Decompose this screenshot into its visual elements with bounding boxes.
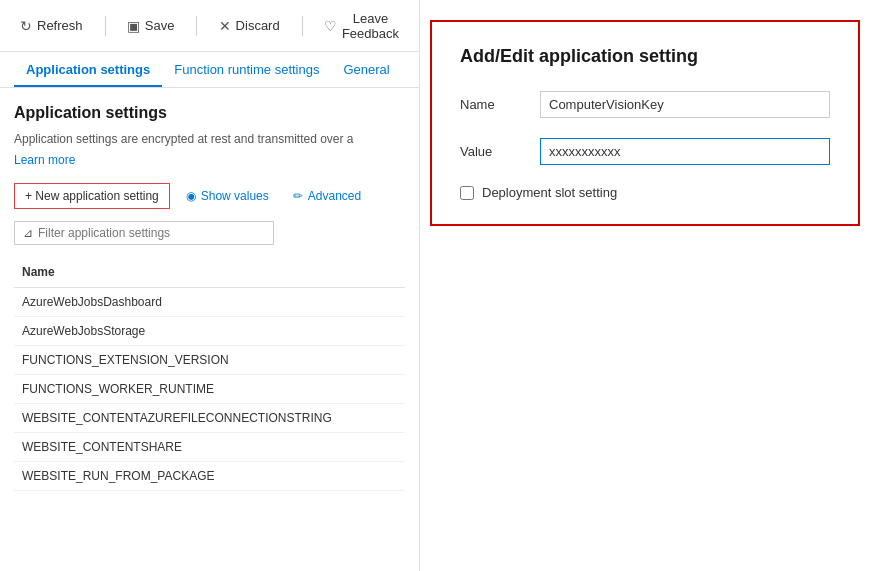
refresh-button[interactable]: ↻ Refresh [14, 14, 89, 38]
feedback-icon: ♡ [324, 18, 337, 34]
table-row[interactable]: WEBSITE_CONTENTSHARE [14, 433, 405, 462]
advanced-icon: ✏ [293, 189, 303, 203]
name-input[interactable] [540, 91, 830, 118]
filter-input-wrap: ⊿ [14, 221, 274, 245]
cell-name: WEBSITE_CONTENTAZUREFILECONNECTIONSTRING [14, 406, 405, 430]
dialog-title: Add/Edit application setting [460, 46, 830, 67]
section-description: Application settings are encrypted at re… [14, 130, 405, 148]
tab-application-settings[interactable]: Application settings [14, 52, 162, 87]
content-area: Application settings Application setting… [0, 88, 419, 507]
save-label: Save [145, 18, 175, 33]
cell-name: WEBSITE_CONTENTSHARE [14, 435, 405, 459]
show-values-button[interactable]: ◉ Show values [178, 184, 277, 208]
tab-func-runtime-label: Function runtime settings [174, 62, 319, 77]
deployment-slot-row: Deployment slot setting [460, 185, 830, 200]
tab-function-runtime-settings[interactable]: Function runtime settings [162, 52, 331, 87]
advanced-button[interactable]: ✏ Advanced [285, 184, 369, 208]
tabs-bar: Application settings Function runtime se… [0, 52, 419, 88]
table-header: Name [14, 257, 405, 288]
refresh-label: Refresh [37, 18, 83, 33]
refresh-icon: ↻ [20, 18, 32, 34]
name-label: Name [460, 97, 540, 112]
learn-more-link[interactable]: Learn more [14, 153, 75, 167]
cell-name: FUNCTIONS_EXTENSION_VERSION [14, 348, 405, 372]
advanced-label: Advanced [308, 189, 361, 203]
table-row[interactable]: FUNCTIONS_WORKER_RUNTIME [14, 375, 405, 404]
add-edit-dialog: Add/Edit application setting Name Value … [430, 20, 860, 226]
filter-input[interactable] [38, 226, 265, 240]
show-values-label: Show values [201, 189, 269, 203]
filter-row: ⊿ [14, 221, 405, 245]
show-values-icon: ◉ [186, 189, 196, 203]
table-row[interactable]: AzureWebJobsStorage [14, 317, 405, 346]
cell-name: AzureWebJobsDashboard [14, 290, 405, 314]
discard-label: Discard [236, 18, 280, 33]
table-row[interactable]: AzureWebJobsDashboard [14, 288, 405, 317]
tab-general-label: General [343, 62, 389, 77]
table-row[interactable]: WEBSITE_RUN_FROM_PACKAGE [14, 462, 405, 491]
tab-app-settings-label: Application settings [26, 62, 150, 77]
deployment-slot-checkbox[interactable] [460, 186, 474, 200]
save-button[interactable]: ▣ Save [121, 14, 181, 38]
table-row[interactable]: FUNCTIONS_EXTENSION_VERSION [14, 346, 405, 375]
left-panel: ↻ Refresh ▣ Save ✕ Discard ♡ Leave Feedb… [0, 0, 420, 571]
cell-name: FUNCTIONS_WORKER_RUNTIME [14, 377, 405, 401]
new-application-setting-button[interactable]: + New application setting [14, 183, 170, 209]
table-body: AzureWebJobsDashboard AzureWebJobsStorag… [14, 288, 405, 491]
table-row[interactable]: WEBSITE_CONTENTAZUREFILECONNECTIONSTRING [14, 404, 405, 433]
new-setting-label: + New application setting [25, 189, 159, 203]
tab-general[interactable]: General [331, 52, 401, 87]
section-title: Application settings [14, 104, 405, 122]
discard-button[interactable]: ✕ Discard [213, 14, 286, 38]
value-label: Value [460, 144, 540, 159]
deployment-slot-label[interactable]: Deployment slot setting [482, 185, 617, 200]
feedback-button[interactable]: ♡ Leave Feedback [318, 7, 405, 45]
toolbar: ↻ Refresh ▣ Save ✕ Discard ♡ Leave Feedb… [0, 0, 419, 52]
settings-table: Name AzureWebJobsDashboard AzureWebJobsS… [14, 257, 405, 491]
cell-name: WEBSITE_RUN_FROM_PACKAGE [14, 464, 405, 488]
column-name-header: Name [14, 261, 405, 283]
name-form-row: Name [460, 91, 830, 118]
discard-icon: ✕ [219, 18, 231, 34]
feedback-label: Leave Feedback [342, 11, 399, 41]
filter-icon: ⊿ [23, 226, 33, 240]
action-row: + New application setting ◉ Show values … [14, 183, 405, 209]
value-input[interactable] [540, 138, 830, 165]
cell-name: AzureWebJobsStorage [14, 319, 405, 343]
save-icon: ▣ [127, 18, 140, 34]
value-form-row: Value [460, 138, 830, 165]
